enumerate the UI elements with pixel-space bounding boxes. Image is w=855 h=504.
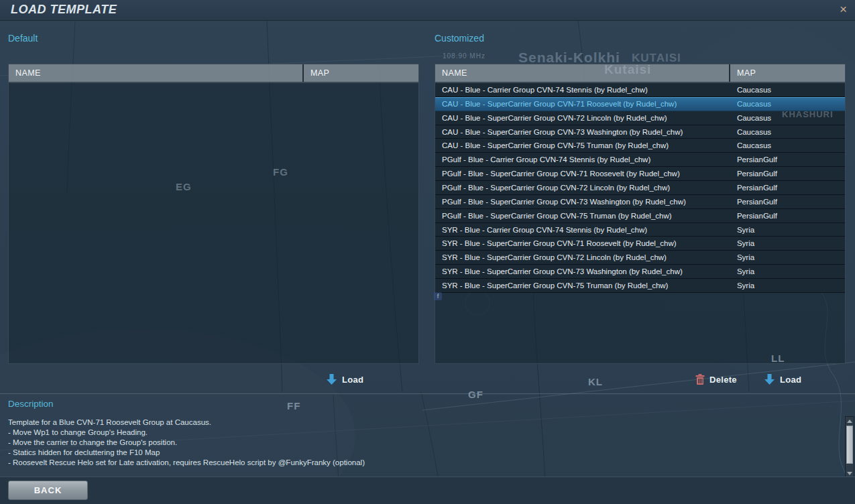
table-row[interactable]: SYR - Blue - SuperCarrier Group CVN-73 W… (435, 265, 845, 279)
row-name-cell: PGulf - Blue - SuperCarrier Group CVN-75… (435, 212, 730, 220)
row-name-cell: PGulf - Blue - SuperCarrier Group CVN-73… (435, 198, 730, 206)
row-name-cell: PGulf - Blue - SuperCarrier Group CVN-72… (435, 184, 730, 192)
row-map-cell: PersianGulf (730, 170, 845, 178)
customized-delete-button[interactable]: Delete (695, 372, 737, 387)
table-row[interactable]: PGulf - Blue - SuperCarrier Group CVN-72… (435, 181, 845, 195)
row-map-cell: PersianGulf (730, 155, 845, 164)
description-line: - Statics hidden for decluttering the F1… (8, 448, 799, 458)
description-line: - Move Wp1 to change Group's Heading. (8, 428, 799, 438)
description-line: - Move the carrier to change the Group's… (8, 438, 799, 448)
default-panel-label: Default (8, 33, 38, 44)
table-row[interactable]: SYR - Blue - SuperCarrier Group CVN-72 L… (435, 251, 845, 265)
table-row[interactable]: PGulf - Blue - SuperCarrier Group CVN-75… (435, 209, 845, 223)
description-line: Template for a Blue CVN-71 Roosevelt Gro… (8, 418, 799, 428)
table-row[interactable]: SYR - Blue - Carrier Group CVN-74 Stenni… (435, 223, 845, 237)
row-map-cell: Syria (730, 253, 845, 261)
table-row[interactable]: PGulf - Blue - SuperCarrier Group CVN-73… (435, 195, 845, 209)
row-name-cell: SYR - Blue - SuperCarrier Group CVN-73 W… (435, 267, 730, 275)
customized-panel-label: Customized (435, 33, 484, 44)
row-map-cell: Syria (730, 267, 845, 275)
row-name-cell: PGulf - Blue - SuperCarrier Group CVN-71… (435, 170, 730, 178)
row-map-cell: Syria (730, 239, 845, 247)
default-load-button[interactable]: Load (326, 372, 363, 387)
default-table-header: NAME MAP (8, 64, 419, 82)
triangle-down-icon (847, 472, 852, 475)
table-row[interactable]: CAU - Blue - Carrier Group CVN-74 Stenni… (435, 83, 845, 97)
delete-button-label: Delete (709, 375, 737, 385)
row-name-cell: CAU - Blue - SuperCarrier Group CVN-73 W… (435, 128, 730, 136)
table-row[interactable]: PGulf - Blue - Carrier Group CVN-74 Sten… (435, 153, 845, 167)
scrollbar-thumb[interactable] (846, 426, 853, 464)
download-arrow-icon (764, 373, 775, 385)
dialog-title: LOAD TEMPLATE (11, 3, 117, 17)
row-name-cell: CAU - Blue - SuperCarrier Group CVN-71 R… (435, 100, 730, 108)
row-map-cell: Syria (730, 226, 845, 234)
customized-template-table: NAME MAP CAU - Blue - Carrier Group CVN-… (435, 64, 846, 364)
description-label: Description (8, 399, 54, 409)
row-map-cell: PersianGulf (730, 198, 845, 206)
column-header-name[interactable]: NAME (435, 64, 730, 82)
row-map-cell: PersianGulf (730, 212, 845, 220)
row-name-cell: SYR - Blue - SuperCarrier Group CVN-71 R… (435, 239, 730, 247)
column-header-map[interactable]: MAP (304, 64, 418, 82)
row-name-cell: CAU - Blue - Carrier Group CVN-74 Stenni… (435, 86, 730, 94)
row-name-cell: CAU - Blue - SuperCarrier Group CVN-75 T… (435, 141, 730, 149)
load-button-label: Load (780, 375, 801, 385)
row-map-cell: Caucasus (730, 141, 845, 149)
load-button-label: Load (342, 375, 363, 385)
description-divider (0, 393, 855, 394)
description-line: - Roosevelt Rescue Helo set for Late act… (8, 458, 799, 468)
trash-icon (695, 374, 705, 385)
table-row[interactable]: CAU - Blue - SuperCarrier Group CVN-72 L… (435, 111, 845, 125)
table-row[interactable]: CAU - Blue - SuperCarrier Group CVN-73 W… (435, 125, 845, 139)
default-template-table: NAME MAP (8, 64, 419, 364)
scrollbar-up-arrow[interactable] (846, 417, 854, 425)
row-name-cell: SYR - Blue - SuperCarrier Group CVN-75 T… (435, 281, 730, 290)
back-button[interactable]: BACK (8, 481, 88, 500)
download-arrow-icon (326, 373, 337, 385)
table-row[interactable]: SYR - Blue - SuperCarrier Group CVN-75 T… (435, 279, 845, 293)
row-map-cell: Syria (730, 281, 845, 290)
dialog-titlebar: LOAD TEMPLATE × (0, 0, 855, 21)
row-name-cell: SYR - Blue - SuperCarrier Group CVN-72 L… (435, 253, 730, 261)
row-map-cell: Caucasus (730, 114, 845, 122)
description-text: Template for a Blue CVN-71 Roosevelt Gro… (8, 418, 799, 468)
close-icon[interactable]: × (840, 2, 847, 17)
triangle-up-icon (847, 420, 852, 423)
row-name-cell: SYR - Blue - Carrier Group CVN-74 Stenni… (435, 226, 730, 234)
column-header-name[interactable]: NAME (9, 64, 304, 82)
table-row[interactable]: SYR - Blue - SuperCarrier Group CVN-71 R… (435, 237, 845, 251)
row-map-cell: PersianGulf (730, 184, 845, 192)
table-row[interactable]: CAU - Blue - SuperCarrier Group CVN-71 R… (435, 97, 845, 111)
load-template-dialog: 108.90 MHzSenaki-KolkhiKUTAISIKutaisiKHA… (0, 0, 855, 504)
customized-load-button[interactable]: Load (764, 372, 801, 387)
column-header-map[interactable]: MAP (730, 64, 845, 82)
row-map-cell: Caucasus (730, 86, 845, 94)
customized-table-header: NAME MAP (435, 64, 846, 82)
description-scrollbar[interactable] (845, 416, 854, 478)
bottom-bar: BACK (0, 477, 855, 504)
row-name-cell: PGulf - Blue - Carrier Group CVN-74 Sten… (435, 155, 730, 164)
row-name-cell: CAU - Blue - SuperCarrier Group CVN-72 L… (435, 114, 730, 122)
row-map-cell: Caucasus (730, 128, 845, 136)
row-map-cell: Caucasus (730, 100, 845, 108)
customized-table-body: CAU - Blue - Carrier Group CVN-74 Stenni… (435, 82, 846, 364)
table-row[interactable]: PGulf - Blue - SuperCarrier Group CVN-71… (435, 167, 845, 181)
default-table-body (8, 82, 419, 364)
table-row[interactable]: CAU - Blue - SuperCarrier Group CVN-75 T… (435, 139, 845, 153)
